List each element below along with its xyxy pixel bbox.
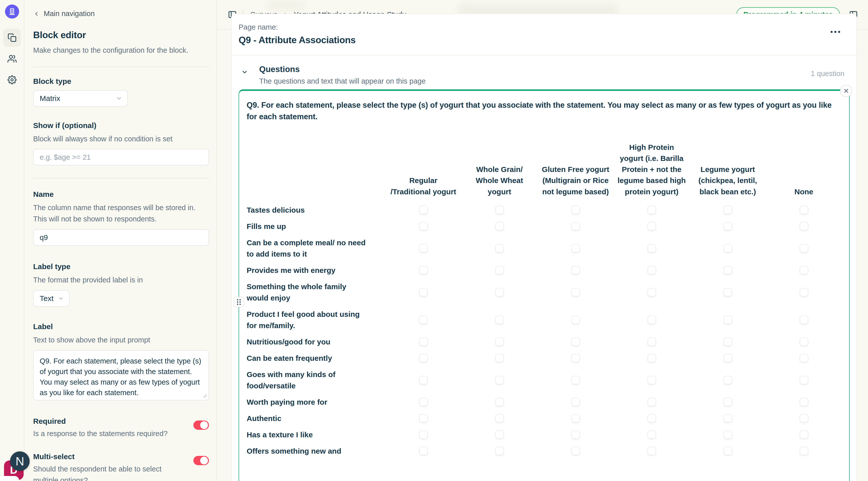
matrix-checkbox[interactable] (495, 447, 504, 455)
matrix-checkbox[interactable] (723, 338, 732, 346)
matrix-checkbox[interactable] (800, 266, 808, 275)
matrix-checkbox[interactable] (495, 430, 504, 439)
matrix-checkbox[interactable] (723, 316, 732, 324)
block-type-select[interactable]: Matrix (33, 90, 128, 107)
matrix-checkbox[interactable] (723, 222, 732, 230)
matrix-checkbox[interactable] (800, 447, 808, 455)
matrix-checkbox[interactable] (800, 338, 808, 346)
matrix-checkbox[interactable] (495, 266, 504, 275)
matrix-checkbox[interactable] (571, 447, 580, 455)
matrix-checkbox[interactable] (419, 430, 428, 439)
matrix-checkbox[interactable] (495, 222, 504, 230)
matrix-checkbox[interactable] (571, 354, 580, 362)
resize-grip-icon[interactable] (203, 394, 207, 398)
matrix-checkbox[interactable] (419, 244, 428, 253)
matrix-checkbox[interactable] (495, 288, 504, 296)
matrix-checkbox[interactable] (419, 414, 428, 422)
required-toggle[interactable] (193, 420, 209, 430)
matrix-checkbox[interactable] (495, 244, 504, 253)
matrix-checkbox[interactable] (571, 222, 580, 230)
multi-select-toggle[interactable] (193, 456, 209, 465)
matrix-checkbox[interactable] (571, 398, 580, 406)
matrix-checkbox[interactable] (648, 376, 656, 384)
matrix-checkbox[interactable] (800, 398, 808, 406)
matrix-checkbox[interactable] (723, 447, 732, 455)
label-textarea[interactable] (33, 350, 209, 400)
workspace-avatar[interactable] (5, 4, 19, 19)
matrix-checkbox[interactable] (495, 398, 504, 406)
matrix-checkbox[interactable] (800, 376, 808, 384)
toggle-knob (200, 457, 208, 464)
matrix-checkbox[interactable] (800, 316, 808, 324)
avatar-n[interactable]: N (10, 451, 30, 471)
matrix-checkbox[interactable] (648, 354, 656, 362)
matrix-checkbox[interactable] (495, 414, 504, 422)
matrix-checkbox[interactable] (723, 205, 732, 214)
matrix-checkbox[interactable] (648, 316, 656, 324)
close-question-button[interactable]: ✕ (840, 85, 852, 97)
rail-item-settings[interactable] (3, 71, 21, 89)
matrix-checkbox[interactable] (495, 316, 504, 324)
matrix-checkbox[interactable] (419, 376, 428, 384)
rail-item-users[interactable] (3, 50, 21, 68)
matrix-checkbox[interactable] (723, 354, 732, 362)
matrix-checkbox[interactable] (419, 288, 428, 296)
matrix-checkbox[interactable] (571, 266, 580, 275)
matrix-checkbox[interactable] (800, 288, 808, 296)
question-block[interactable]: ✕ Q9. For each statement, please select … (239, 89, 850, 481)
matrix-checkbox[interactable] (800, 222, 808, 230)
drag-handle[interactable] (233, 297, 244, 307)
matrix-checkbox[interactable] (648, 447, 656, 455)
matrix-checkbox[interactable] (571, 244, 580, 253)
matrix-checkbox[interactable] (571, 430, 580, 439)
name-input[interactable] (33, 229, 209, 246)
matrix-checkbox[interactable] (723, 414, 732, 422)
matrix-checkbox[interactable] (648, 430, 656, 439)
matrix-checkbox[interactable] (800, 430, 808, 439)
collapse-chevron-icon[interactable] (241, 68, 248, 75)
rail-item-pages[interactable] (3, 29, 21, 47)
back-to-main-navigation[interactable]: Main navigation (33, 9, 95, 18)
matrix-checkbox[interactable] (419, 205, 428, 214)
matrix-checkbox[interactable] (648, 222, 656, 230)
page-menu-button[interactable] (830, 30, 841, 34)
matrix-checkbox[interactable] (800, 354, 808, 362)
matrix-checkbox[interactable] (723, 266, 732, 275)
matrix-checkbox[interactable] (419, 222, 428, 230)
matrix-checkbox[interactable] (648, 398, 656, 406)
matrix-checkbox[interactable] (571, 316, 580, 324)
matrix-checkbox[interactable] (571, 288, 580, 296)
matrix-checkbox[interactable] (495, 376, 504, 384)
matrix-checkbox[interactable] (800, 414, 808, 422)
matrix-checkbox[interactable] (648, 244, 656, 253)
show-if-input[interactable] (33, 149, 209, 165)
matrix-checkbox[interactable] (571, 414, 580, 422)
matrix-checkbox[interactable] (648, 414, 656, 422)
matrix-checkbox[interactable] (419, 316, 428, 324)
matrix-checkbox[interactable] (723, 244, 732, 253)
matrix-checkbox[interactable] (648, 288, 656, 296)
matrix-checkbox[interactable] (723, 376, 732, 384)
matrix-checkbox[interactable] (419, 338, 428, 346)
matrix-checkbox[interactable] (495, 354, 504, 362)
matrix-checkbox[interactable] (419, 398, 428, 406)
matrix-checkbox[interactable] (419, 447, 428, 455)
matrix-checkbox[interactable] (495, 205, 504, 214)
matrix-checkbox[interactable] (723, 398, 732, 406)
matrix-checkbox[interactable] (571, 338, 580, 346)
matrix-checkbox[interactable] (648, 266, 656, 275)
matrix-checkbox[interactable] (419, 354, 428, 362)
matrix-checkbox[interactable] (419, 266, 428, 275)
matrix-checkbox[interactable] (571, 376, 580, 384)
matrix-checkbox[interactable] (723, 430, 732, 439)
page-title[interactable]: Q9 - Attribute Associations (239, 35, 355, 45)
label-type-select[interactable]: Text (33, 290, 69, 307)
matrix-checkbox[interactable] (648, 338, 656, 346)
matrix-checkbox[interactable] (648, 205, 656, 214)
matrix-checkbox[interactable] (800, 244, 808, 253)
matrix-checkbox[interactable] (571, 205, 580, 214)
matrix-checkbox[interactable] (495, 338, 504, 346)
matrix-checkbox[interactable] (800, 205, 808, 214)
matrix-checkbox[interactable] (723, 288, 732, 296)
app-root: Main navigation Block editor Make change… (0, 0, 868, 481)
